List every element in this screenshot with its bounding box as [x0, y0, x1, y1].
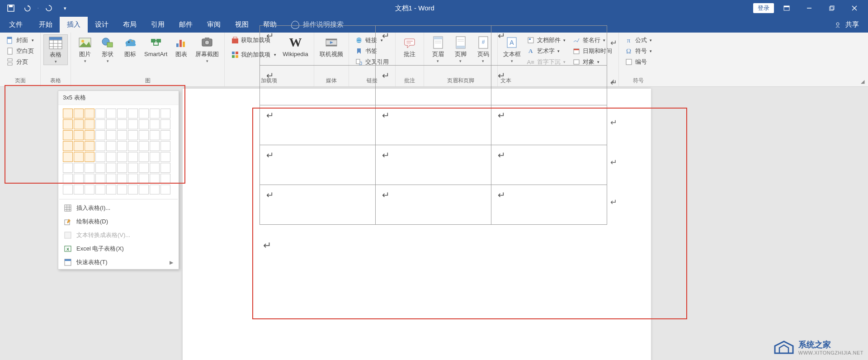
qat-customize-icon[interactable]: ▾ — [59, 2, 71, 14]
share-button[interactable]: 共享 — [828, 17, 866, 33]
grid-cell[interactable] — [74, 152, 84, 162]
grid-cell[interactable] — [160, 152, 170, 162]
grid-cell[interactable] — [63, 174, 73, 184]
table-button[interactable]: 表格 ▾ — [43, 34, 68, 65]
login-button[interactable]: 登录 — [753, 3, 774, 13]
tab-insert[interactable]: 插入 — [60, 17, 88, 33]
table-cell[interactable]: ↵ — [491, 105, 607, 145]
grid-cell[interactable] — [139, 152, 149, 162]
grid-cell[interactable] — [106, 141, 116, 151]
grid-cell[interactable] — [160, 141, 170, 151]
table-cell[interactable]: ↵ — [260, 26, 376, 66]
tab-home[interactable]: 开始 — [32, 17, 60, 33]
close-icon[interactable] — [844, 1, 864, 15]
grid-cell[interactable] — [128, 152, 138, 162]
grid-cell[interactable] — [63, 141, 73, 151]
grid-cell[interactable] — [139, 174, 149, 184]
table-cell[interactable]: ↵ — [376, 26, 491, 66]
chart-button[interactable]: 图表 — [170, 34, 193, 59]
table-grid-picker[interactable] — [58, 105, 179, 197]
table-cell[interactable]: ↵ — [260, 185, 376, 225]
tab-references[interactable]: 引用 — [144, 17, 172, 33]
pictures-button[interactable]: 图片▾ — [74, 34, 96, 64]
grid-cell[interactable] — [160, 130, 170, 140]
grid-cell[interactable] — [63, 119, 73, 129]
table-cell[interactable]: ↵ — [376, 185, 491, 225]
grid-cell[interactable] — [74, 185, 84, 194]
restore-icon[interactable] — [822, 1, 842, 15]
grid-cell[interactable] — [160, 119, 170, 129]
redo-icon[interactable] — [42, 2, 55, 14]
grid-cell[interactable] — [117, 119, 127, 129]
tab-layout[interactable]: 布局 — [116, 17, 144, 33]
grid-cell[interactable] — [106, 185, 116, 194]
grid-cell[interactable] — [117, 163, 127, 173]
page-break-button[interactable]: 分页 — [5, 57, 36, 67]
grid-cell[interactable] — [150, 141, 160, 151]
grid-cell[interactable] — [160, 109, 170, 118]
grid-cell[interactable] — [63, 130, 73, 140]
table-cell[interactable]: ↵ — [376, 66, 491, 105]
grid-cell[interactable] — [139, 141, 149, 151]
grid-cell[interactable] — [150, 163, 160, 173]
grid-cell[interactable] — [63, 163, 73, 173]
grid-cell[interactable] — [95, 109, 105, 118]
tab-view[interactable]: 视图 — [228, 17, 256, 33]
grid-cell[interactable] — [128, 109, 138, 118]
collapse-ribbon-icon[interactable]: ◢ — [857, 77, 868, 86]
table-cell[interactable]: ↵ — [260, 105, 376, 145]
smartart-button[interactable]: SmartArt — [142, 34, 170, 59]
shapes-button[interactable]: 形状▾ — [96, 34, 119, 64]
grid-cell[interactable] — [95, 141, 105, 151]
tab-mailings[interactable]: 邮件 — [172, 17, 200, 33]
table-cell[interactable]: ↵ — [491, 145, 607, 185]
grid-cell[interactable] — [139, 109, 149, 118]
grid-cell[interactable] — [139, 163, 149, 173]
grid-cell[interactable] — [74, 174, 84, 184]
excel-spreadsheet-menu[interactable]: XExcel 电子表格(X) — [58, 242, 179, 256]
grid-cell[interactable] — [117, 174, 127, 184]
grid-cell[interactable] — [85, 119, 94, 129]
grid-cell[interactable] — [74, 163, 84, 173]
grid-cell[interactable] — [117, 109, 127, 118]
grid-cell[interactable] — [150, 185, 160, 194]
grid-cell[interactable] — [160, 174, 170, 184]
grid-cell[interactable] — [95, 163, 105, 173]
grid-cell[interactable] — [74, 141, 84, 151]
icons-button[interactable]: 图标 — [119, 34, 142, 59]
grid-cell[interactable] — [117, 152, 127, 162]
number-button[interactable]: 编号 — [623, 57, 654, 67]
draw-table-menu[interactable]: 绘制表格(D) — [58, 215, 179, 228]
grid-cell[interactable] — [85, 130, 94, 140]
grid-cell[interactable] — [106, 152, 116, 162]
table-cell[interactable]: ↵ — [376, 105, 491, 145]
grid-cell[interactable] — [150, 109, 160, 118]
tab-design[interactable]: 设计 — [88, 17, 116, 33]
grid-cell[interactable] — [74, 130, 84, 140]
grid-cell[interactable] — [63, 152, 73, 162]
inserted-table[interactable]: ↵↵↵↵↵↵↵↵↵↵↵↵↵↵↵ — [259, 25, 607, 225]
grid-cell[interactable] — [128, 174, 138, 184]
table-cell[interactable]: ↵ — [491, 26, 607, 66]
grid-cell[interactable] — [85, 152, 94, 162]
grid-cell[interactable] — [128, 141, 138, 151]
grid-cell[interactable] — [106, 130, 116, 140]
table-cell[interactable]: ↵ — [376, 145, 491, 185]
tab-review[interactable]: 审阅 — [200, 17, 228, 33]
grid-cell[interactable] — [85, 109, 94, 118]
grid-cell[interactable] — [106, 119, 116, 129]
grid-cell[interactable] — [117, 141, 127, 151]
grid-cell[interactable] — [150, 119, 160, 129]
grid-cell[interactable] — [160, 185, 170, 194]
grid-cell[interactable] — [160, 163, 170, 173]
grid-cell[interactable] — [128, 130, 138, 140]
grid-cell[interactable] — [63, 109, 73, 118]
grid-cell[interactable] — [85, 185, 94, 194]
symbol-button[interactable]: Ω符号▾ — [623, 46, 654, 56]
undo-icon[interactable] — [21, 2, 33, 14]
grid-cell[interactable] — [150, 130, 160, 140]
table-cell[interactable]: ↵ — [491, 66, 607, 105]
grid-cell[interactable] — [106, 163, 116, 173]
table-cell[interactable]: ↵ — [260, 145, 376, 185]
grid-cell[interactable] — [95, 185, 105, 194]
